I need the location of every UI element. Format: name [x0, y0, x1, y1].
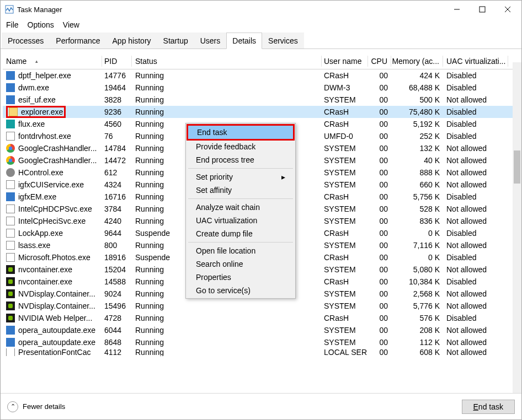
process-cpu: 00 [368, 277, 391, 286]
process-icon [6, 95, 15, 104]
col-status[interactable]: Status [132, 56, 322, 67]
process-name: explorer.exe [21, 107, 63, 116]
context-provide-feedback[interactable]: Provide feedback [187, 140, 294, 153]
process-name: igfxCUIService.exe [18, 180, 84, 189]
table-row[interactable]: explorer.exe9236RunningCRasH0075,480 KDi… [3, 106, 519, 118]
process-pid: 6044 [102, 326, 132, 335]
process-status: Running [132, 338, 322, 347]
menu-view[interactable]: View [63, 20, 79, 29]
process-pid: 800 [102, 241, 132, 250]
process-pid: 3828 [102, 95, 132, 104]
tab-app-history[interactable]: App history [106, 33, 157, 49]
process-name: HControl.exe [18, 168, 63, 177]
process-cpu: 00 [368, 95, 391, 104]
menu-options[interactable]: Options [28, 20, 54, 29]
context-set-priority[interactable]: Set priority▸ [187, 170, 294, 184]
table-row[interactable]: NVIDIA Web Helper...4728RunningCRasH0057… [3, 312, 519, 324]
process-status: Running [132, 95, 322, 104]
context-end-task[interactable]: End task [188, 126, 293, 139]
process-icon [6, 301, 15, 310]
context-create-dump-file[interactable]: Create dump file [187, 227, 294, 240]
process-mem: 0 K [391, 229, 443, 238]
process-status: Running [132, 314, 322, 322]
process-uac: Disabled [443, 107, 508, 116]
table-row[interactable]: dwm.exe19464RunningDWM-30068,488 KDisabl… [3, 82, 519, 94]
menu-file[interactable]: File [6, 20, 19, 29]
process-user: CRasH [322, 229, 368, 238]
vertical-scrollbar[interactable] [513, 62, 521, 404]
context-analyze-wait-chain[interactable]: Analyze wait chain [187, 201, 294, 214]
table-row[interactable]: dptf_helper.exe14776RunningCRasH00424 KD… [3, 69, 519, 82]
process-name: opera_autoupdate.exe [18, 338, 95, 347]
context-sep [188, 242, 293, 243]
process-pid: 14472 [102, 156, 132, 165]
col-user[interactable]: User name [322, 56, 368, 67]
process-icon [6, 241, 15, 250]
end-task-button[interactable]: End task [462, 400, 515, 414]
process-icon [6, 338, 15, 347]
process-status: Running [132, 301, 322, 310]
context-go-to-services[interactable]: Go to service(s) [187, 284, 294, 297]
process-mem: 252 K [391, 132, 443, 141]
process-user: SYSTEM [322, 204, 368, 213]
table-row-partial[interactable]: PresentationFontCac 4112 Running LOCAL S… [3, 348, 519, 356]
fewer-details-toggle[interactable]: ⌃ [7, 401, 18, 412]
context-properties[interactable]: Properties [187, 271, 294, 284]
table-row[interactable]: opera_autoupdate.exe8648RunningSYSTEM001… [3, 336, 519, 348]
tab-services[interactable]: Services [262, 33, 304, 49]
process-uac: Disabled [443, 229, 508, 238]
chevron-right-icon: ▸ [281, 173, 285, 181]
process-icon [6, 314, 15, 322]
close-button[interactable] [495, 1, 520, 18]
context-search-online[interactable]: Search online [187, 257, 294, 271]
process-user: CRasH [322, 314, 368, 322]
tab-processes[interactable]: Processes [2, 33, 50, 49]
minimize-button[interactable] [444, 1, 470, 18]
process-name: LockApp.exe [18, 229, 63, 238]
process-icon [6, 168, 15, 177]
col-uac[interactable]: UAC virtualizati... [443, 56, 508, 67]
table-row[interactable]: NVDisplay.Container...15496RunningSYSTEM… [3, 300, 519, 312]
tab-bar: Processes Performance App history Startu… [1, 33, 521, 49]
process-mem: 112 K [391, 338, 443, 347]
table-row[interactable]: opera_autoupdate.exe6044RunningSYSTEM002… [3, 324, 519, 336]
context-uac-virtualization[interactable]: UAC virtualization [187, 214, 294, 227]
tab-details[interactable]: Details [226, 33, 262, 49]
scrollbar-thumb[interactable] [514, 150, 520, 184]
process-cpu: 00 [368, 144, 391, 153]
col-cpu[interactable]: CPU [368, 56, 391, 67]
tab-users[interactable]: Users [194, 33, 227, 49]
process-mem: 5,776 K [391, 301, 443, 310]
process-pid: 4240 [102, 217, 132, 225]
col-name[interactable]: Name▴ [3, 56, 102, 67]
process-icon [9, 107, 18, 116]
process-name: GoogleCrashHandler... [18, 144, 97, 153]
fewer-details-label[interactable]: Fewer details [23, 402, 65, 411]
menubar: File Options View [1, 18, 521, 31]
tab-startup[interactable]: Startup [157, 33, 194, 49]
process-mem: 68,488 K [391, 83, 443, 92]
col-mem[interactable]: Memory (ac... [391, 56, 443, 67]
process-cpu: 00 [368, 71, 391, 80]
process-user: SYSTEM [322, 265, 368, 274]
process-icon [6, 265, 15, 274]
context-open-file-location[interactable]: Open file location [187, 244, 294, 257]
process-cpu: 00 [368, 265, 391, 274]
table-row[interactable]: esif_uf.exe3828RunningSYSTEM00500 KNot a… [3, 94, 519, 106]
maximize-button[interactable] [470, 1, 495, 18]
process-icon [6, 144, 15, 153]
process-user: DWM-3 [322, 83, 368, 92]
process-pid: 9644 [102, 229, 132, 238]
app-icon [5, 5, 14, 14]
tab-performance[interactable]: Performance [50, 33, 106, 49]
process-uac: Not allowed [443, 95, 508, 104]
col-pid[interactable]: PID [102, 56, 132, 67]
window-title: Task Manager [17, 6, 62, 14]
context-end-process-tree[interactable]: End process tree [187, 153, 294, 166]
process-user: SYSTEM [322, 144, 368, 153]
process-cpu: 00 [368, 326, 391, 335]
process-name: Microsoft.Photos.exe [18, 253, 90, 262]
process-cpu: 00 [368, 338, 391, 347]
process-uac: Disabled [443, 132, 508, 141]
context-set-affinity[interactable]: Set affinity [187, 184, 294, 197]
